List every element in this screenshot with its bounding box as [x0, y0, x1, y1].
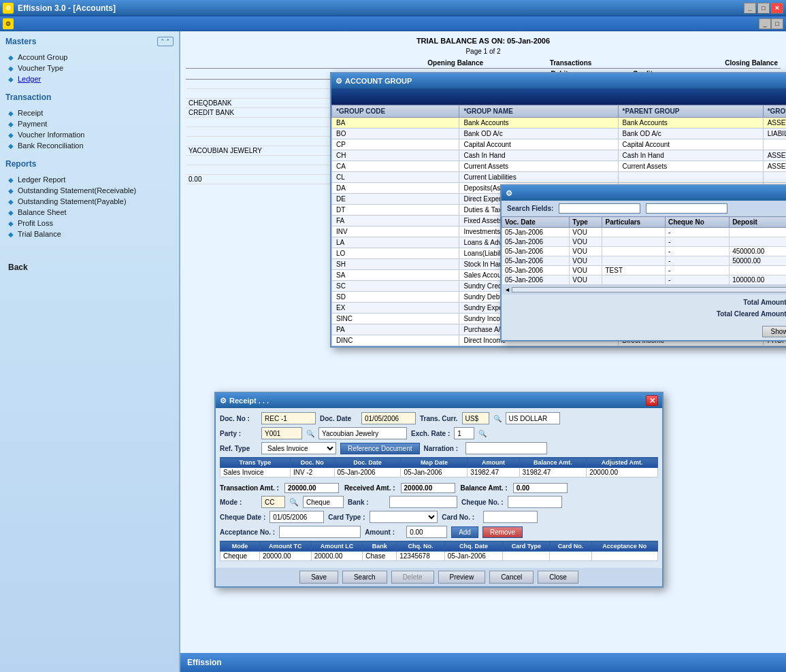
close-btn[interactable]: ✕: [771, 3, 783, 14]
br-deposit: 50000.00: [730, 256, 786, 266]
cancel-btn[interactable]: Cancel: [489, 571, 534, 584]
receipt-ref-table: Trans Type Doc. No Doc. Date Map Date Am…: [220, 457, 658, 477]
card-no-input[interactable]: [483, 511, 538, 523]
sidebar-label-balance-sheet: Balance Sheet: [18, 208, 67, 216]
amount-label: Amount :: [365, 528, 402, 536]
receipt-titlebar: ⚙ Receipt . . . ✕: [216, 393, 662, 408]
maximize-btn[interactable]: □: [757, 3, 770, 14]
close-btn-receipt[interactable]: Close: [538, 571, 578, 584]
acceptance-input[interactable]: [279, 526, 361, 538]
br-scroll-left[interactable]: ◄: [504, 286, 510, 293]
sidebar-item-balance-sheet[interactable]: ◆ Balance Sheet: [5, 207, 174, 218]
br-particulars: [602, 256, 666, 266]
ag-code: EX: [332, 303, 459, 314]
table-row[interactable]: CP Capital Account Capital Account: [332, 139, 787, 150]
sidebar-item-ledger-report[interactable]: ◆ Ledger Report: [5, 174, 174, 185]
receipt-close-top[interactable]: ✕: [646, 395, 658, 406]
ag-code: SD: [332, 292, 459, 303]
search-btn[interactable]: Search: [342, 571, 387, 584]
ref-doc-btn[interactable]: Reference Document: [340, 443, 420, 454]
doc-no-input[interactable]: [261, 412, 316, 424]
delete-btn[interactable]: Delete: [391, 571, 434, 584]
sidebar-back-btn[interactable]: Back: [5, 261, 174, 273]
diamond-icon-2: ◆: [8, 65, 14, 72]
table-row[interactable]: CA Current Assets Current Assets ASSET: [332, 161, 787, 172]
br-deposit: [730, 228, 786, 237]
narration-input[interactable]: [465, 442, 547, 454]
br-deposit: 450000.00: [730, 247, 786, 256]
exch-rate-input[interactable]: [454, 427, 474, 439]
sidebar-item-bank-recon[interactable]: ◆ Bank Reconciliation: [5, 140, 174, 151]
br-show-btn[interactable]: Show: [762, 326, 786, 337]
doc-date-input[interactable]: [361, 412, 416, 424]
amount-input[interactable]: [406, 526, 447, 538]
sidebar-item-voucher-type[interactable]: ◆ Voucher Type: [5, 63, 174, 73]
sidebar-item-ledger[interactable]: ◆ Ledger: [5, 73, 174, 84]
ag-code: CH: [332, 150, 459, 161]
br-particulars: [602, 237, 666, 247]
br-col-deposit: Deposit: [730, 217, 786, 228]
narration-label: Narration :: [424, 445, 461, 452]
diamond-icon-4: ◆: [8, 110, 14, 117]
sidebar-item-account-group[interactable]: ◆ Account Group: [5, 52, 174, 63]
menu-minimize[interactable]: _: [759, 18, 771, 29]
ag-code: SA: [332, 270, 459, 281]
title-bar: ⚙ Effission 3.0 - [Accounts] _ □ ✕: [0, 0, 786, 16]
ag-parent: Capital Account: [618, 139, 763, 150]
ref-type-select[interactable]: Sales Invoice: [261, 442, 336, 454]
masters-label: Masters: [5, 37, 36, 46]
table-row[interactable]: BA Bank Accounts Bank Accounts ASSET: [332, 118, 787, 129]
save-btn[interactable]: Save: [299, 571, 338, 584]
reports-section: Reports ◆ Ledger Report ◆ Outstanding St…: [5, 159, 174, 239]
received-val: 20000.00: [401, 483, 455, 493]
receipt-modal: ⚙ Receipt . . . ✕ Doc. No : Doc. Date Tr…: [214, 392, 664, 588]
trans-curr-input[interactable]: [462, 412, 489, 424]
ag-type: ASSET: [763, 118, 786, 129]
br-particulars: [602, 275, 666, 285]
bank-input[interactable]: [389, 496, 457, 508]
add-btn[interactable]: Add: [451, 526, 478, 538]
menu-restore[interactable]: □: [771, 18, 783, 29]
transaction-section: Transaction ◆ Receipt ◆ Payment ◆ Vouche…: [5, 93, 174, 151]
cheque-date-input[interactable]: [269, 511, 324, 523]
ag-code: LO: [332, 248, 459, 259]
masters-collapse-btn[interactable]: ⌃⌃: [157, 37, 174, 46]
sidebar-item-receipt[interactable]: ◆ Receipt: [5, 107, 174, 118]
sidebar-item-outstanding-pay[interactable]: ◆ Outstanding Statement(Payable): [5, 196, 174, 207]
rt-amount: 31982.47: [468, 468, 519, 477]
card-type-select[interactable]: [370, 511, 438, 523]
br-date: 05-Jan-2006: [502, 275, 570, 285]
preview-btn[interactable]: Preview: [438, 571, 486, 584]
br-search-input2[interactable]: [646, 203, 727, 214]
ag-name: Cash In Hand: [459, 150, 618, 161]
party-input[interactable]: [261, 427, 302, 439]
diamond-icon-5: ◆: [8, 120, 14, 128]
cheque-no-label: Cheque No. :: [461, 499, 504, 506]
cheque-no-input[interactable]: [508, 496, 562, 508]
pt-chqdate: 05-Jan-2006: [444, 552, 503, 561]
br-date: 05-Jan-2006: [502, 228, 570, 237]
br-search-input1[interactable]: [559, 203, 640, 214]
ag-code: SH: [332, 259, 459, 270]
remove-btn[interactable]: Remove: [482, 526, 523, 538]
pt-chqno: 12345678: [397, 552, 444, 561]
ag-col-code: *GROUP CODE: [332, 105, 459, 118]
table-row[interactable]: CL Current Liabilities: [332, 172, 787, 183]
minimize-btn[interactable]: _: [744, 3, 756, 14]
sidebar-item-payment[interactable]: ◆ Payment: [5, 118, 174, 129]
br-cheque: -: [665, 247, 729, 256]
mode-input[interactable]: [261, 496, 285, 508]
tb-col-name: [186, 58, 355, 69]
ag-parent: Cash In Hand: [618, 150, 763, 161]
table-row[interactable]: CH Cash In Hand Cash In Hand ASSET: [332, 150, 787, 161]
sidebar-item-profit-loss[interactable]: ◆ Profit Loss: [5, 218, 174, 229]
table-row[interactable]: BO Bank OD A/c Bank OD A/c LIABILITY: [332, 129, 787, 139]
diamond-icon-8: ◆: [8, 176, 14, 184]
br-col-particulars: Particulars: [602, 217, 666, 228]
pt-cardno: [550, 552, 591, 561]
ag-col-type: *GROUP TYPE: [763, 105, 786, 118]
sidebar-item-trial-balance[interactable]: ◆ Trial Balance: [5, 229, 174, 239]
sidebar: Masters ⌃⌃ ◆ Account Group ◆ Voucher Typ…: [0, 31, 180, 672]
sidebar-item-outstanding-recv[interactable]: ◆ Outstanding Statement(Receivable): [5, 185, 174, 196]
sidebar-item-voucher-info[interactable]: ◆ Voucher Information: [5, 129, 174, 140]
